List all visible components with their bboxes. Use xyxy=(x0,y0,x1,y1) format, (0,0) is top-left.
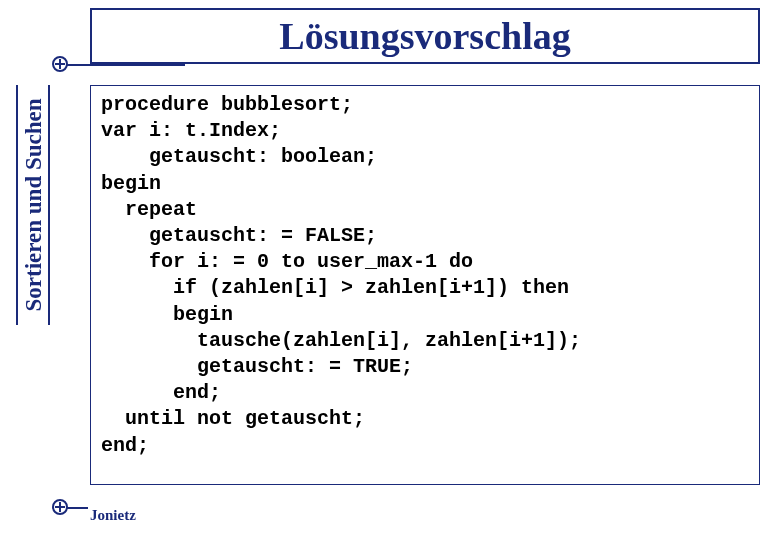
code-line: var i: t.Index; xyxy=(101,118,749,144)
code-block: procedure bubblesort; var i: t.Index; ge… xyxy=(90,85,760,485)
code-line: getauscht: = TRUE; xyxy=(101,354,749,380)
footer-author: Jonietz xyxy=(90,507,136,524)
code-line: begin xyxy=(101,171,749,197)
code-line: if (zahlen[i] > zahlen[i+1]) then xyxy=(101,275,749,301)
code-line: getauscht: boolean; xyxy=(101,144,749,170)
code-line: end; xyxy=(101,380,749,406)
connector-node-bottom xyxy=(52,499,68,515)
code-line: repeat xyxy=(101,197,749,223)
code-line: end; xyxy=(101,433,749,459)
code-line: for i: = 0 to user_max-1 do xyxy=(101,249,749,275)
title-box: Lösungsvorschlag xyxy=(90,8,760,64)
code-line: begin xyxy=(101,302,749,328)
connector-node-top xyxy=(52,56,68,72)
side-rule-right xyxy=(48,85,50,325)
code-line: tausche(zahlen[i], zahlen[i+1]); xyxy=(101,328,749,354)
side-label: Sortieren und Suchen xyxy=(18,85,48,325)
side-label-text: Sortieren und Suchen xyxy=(20,98,46,311)
code-line: getauscht: = FALSE; xyxy=(101,223,749,249)
connector-line-top xyxy=(60,64,185,66)
code-line: until not getauscht; xyxy=(101,406,749,432)
slide-title: Lösungsvorschlag xyxy=(279,14,570,58)
code-line: procedure bubblesort; xyxy=(101,92,749,118)
